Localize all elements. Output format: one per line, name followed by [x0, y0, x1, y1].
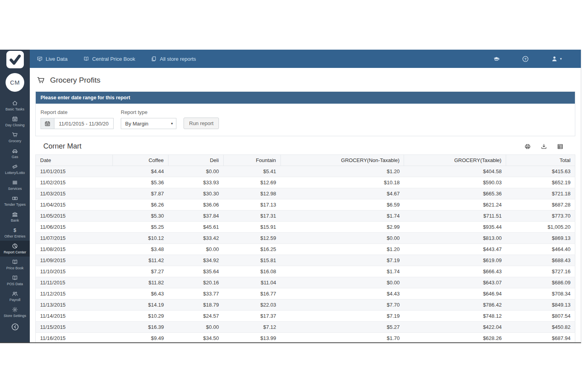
cell-value: $36.06	[168, 199, 224, 210]
avatar[interactable]: CM	[6, 73, 24, 92]
cell-value: $666.43	[404, 266, 506, 277]
sidebar-item-tender-types[interactable]: Tender Types	[0, 193, 30, 209]
cell-value: $5.41	[223, 166, 280, 177]
sidebar-item-label: Day Closing	[5, 123, 25, 127]
cell-date: 11/15/2015	[36, 322, 113, 333]
cell-value: $10.29	[113, 311, 168, 322]
report-type-select[interactable]: By Margin ▾	[121, 118, 176, 129]
column-header-coffee: Coffee	[113, 155, 168, 166]
table-row: 11/05/2015$5.30$37.84$17.31$1.74$711.51$…	[36, 210, 575, 222]
cell-value: $7.12	[223, 322, 280, 333]
cell-value: $17.13	[223, 199, 280, 210]
cell-value: $11.82	[113, 277, 168, 288]
print-icon[interactable]	[524, 143, 531, 150]
cell-value: $30.30	[168, 188, 224, 199]
sidebar-item-payroll[interactable]: Payroll	[0, 288, 30, 304]
table-row: 11/11/2015$11.82$20.16$11.04$0.00$643.07…	[36, 277, 575, 288]
cell-value: $807.54	[506, 311, 575, 322]
app-logo[interactable]	[6, 51, 24, 68]
navbar-item-central-price-book[interactable]: Central Price Book	[83, 56, 135, 62]
run-report-button[interactable]: Run report	[184, 118, 219, 129]
cell-value: $13.99	[223, 333, 280, 344]
sidebar-collapse-button[interactable]	[11, 323, 19, 331]
navbar-account-button[interactable]: ▾	[551, 56, 562, 62]
sidebar-item-label: Gas	[12, 155, 18, 159]
sidebar-item-store-settings[interactable]: Store Settings	[0, 304, 30, 320]
cell-value: $6.26	[113, 199, 168, 210]
report-date-input[interactable]	[54, 118, 114, 129]
sidebar-item-day-closing[interactable]: Day Closing	[0, 114, 30, 129]
cell-date: 11/10/2015	[36, 266, 113, 277]
cell-value: $4.44	[113, 166, 168, 177]
calendar-addon[interactable]	[41, 118, 54, 129]
table-header-row: DateCoffeeDeliFountainGROCERY(Non-Taxabl…	[36, 155, 575, 166]
cell-value: $1.74	[280, 266, 404, 277]
bank-icon	[12, 211, 18, 217]
cell-value: $450.82	[506, 322, 575, 333]
report-date-group: Report date	[41, 109, 114, 129]
sidebar-item-gas[interactable]: Gas	[0, 145, 30, 161]
navbar-right: ?▾	[493, 56, 574, 62]
sidebar-item-services[interactable]: Services	[0, 177, 30, 193]
cell-value: $12.59	[223, 233, 280, 244]
copy-icon	[151, 56, 157, 62]
cell-value: $5.30	[113, 210, 168, 222]
cell-value: $443.47	[404, 244, 506, 255]
cell-value: $24.57	[168, 311, 224, 322]
cell-value: $0.00	[168, 244, 224, 255]
navbar-help-button[interactable]: ?	[522, 56, 529, 62]
sidebar-item-lottery-lotto[interactable]: Lottery/Lotto	[0, 161, 30, 177]
cell-value: $45.61	[168, 222, 224, 233]
cell-value: $849.13	[506, 299, 575, 311]
cash-icon	[12, 195, 18, 201]
sidebar-item-basic-tasks[interactable]: Basic Tasks	[0, 98, 30, 114]
cell-value: $686.09	[506, 277, 575, 288]
column-header-deli: Deli	[168, 155, 224, 166]
cell-value: $652.19	[506, 177, 575, 188]
pie-chart-icon	[12, 243, 18, 249]
table-view-icon[interactable]	[557, 143, 563, 150]
book-icon	[12, 275, 18, 281]
table-row: 11/13/2015$14.19$18.79$22.03$7.70$786.42…	[36, 299, 575, 311]
navbar-item-all-store-reports[interactable]: All store reports	[151, 56, 196, 62]
cell-value: $3.48	[113, 244, 168, 255]
cell-value: $5.36	[113, 177, 168, 188]
avatar-initials: CM	[10, 79, 19, 86]
cell-value: $37.84	[168, 210, 224, 222]
navbar-item-live-data[interactable]: Live Data	[37, 56, 68, 62]
cell-value: $16.39	[113, 322, 168, 333]
cell-value: $935.44	[404, 222, 506, 233]
cell-value: $1,005.20	[506, 222, 575, 233]
sidebar-item-price-book[interactable]: Price Book	[0, 257, 30, 272]
download-icon[interactable]	[541, 143, 547, 150]
cell-value: $16.25	[223, 244, 280, 255]
cell-value: $12.69	[223, 177, 280, 188]
sidebar-item-report-center[interactable]: Report Center	[0, 241, 30, 257]
cell-value: $5.27	[280, 322, 404, 333]
cell-value: $11.04	[223, 277, 280, 288]
sidebar-item-other-entries[interactable]: $Other Entries	[0, 225, 30, 241]
cell-value: $422.04	[404, 322, 506, 333]
cell-value: $12.98	[223, 188, 280, 199]
cell-value: $15.81	[223, 255, 280, 266]
cell-value: $813.00	[404, 233, 506, 244]
sidebar-item-label: Report Center	[4, 250, 26, 254]
sidebar-item-pos-data[interactable]: POS Data	[0, 272, 30, 288]
sidebar-item-grocery[interactable]: Grocery	[0, 129, 30, 145]
cell-value: $628.26	[404, 333, 506, 344]
cell-value: $16.77	[223, 288, 280, 299]
cell-value: $9.49	[113, 333, 168, 344]
column-header-grocery-taxable: GROCERY(Taxable)	[404, 155, 506, 166]
sidebar-item-label: Basic Tasks	[6, 107, 24, 111]
navbar-training-button[interactable]	[493, 56, 500, 62]
cell-value: $34.50	[168, 333, 224, 344]
sidebar-item-label: Tender Types	[4, 203, 26, 207]
navbar-item-label: Central Price Book	[92, 56, 135, 62]
table-row: 11/03/2015$7.87$30.30$12.98$4.67$665.36$…	[36, 188, 575, 199]
report-filter-panel: Please enter date range for this report …	[35, 91, 575, 136]
column-header-grocery-non-taxable: GROCERY(Non-Taxable)	[280, 155, 404, 166]
sidebar-item-bank[interactable]: Bank	[0, 209, 30, 225]
cell-value: $7.19	[280, 311, 404, 322]
page-content: Grocery Profits Please enter date range …	[30, 68, 581, 342]
panel-body: Report date Report type By Margin ▾	[36, 104, 575, 136]
